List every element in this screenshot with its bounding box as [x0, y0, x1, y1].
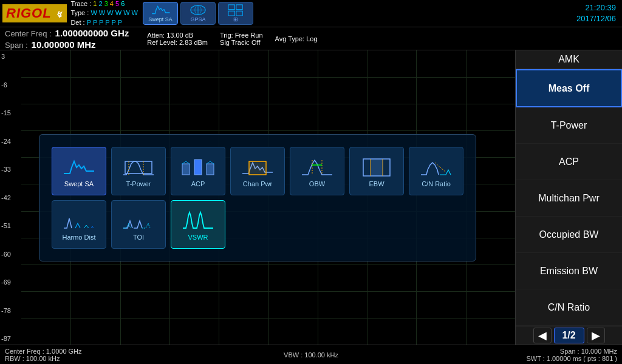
trace-row: Trace : 1 2 3 4 5 6	[70, 0, 138, 8]
trace-info: Trace : 1 2 3 4 5 6 Type : W W W W W W D…	[70, 0, 138, 27]
svg-rect-21	[371, 159, 383, 176]
right-btn-acp[interactable]: ACP	[516, 144, 622, 180]
mode-btn-swept-sa-label: Swept SA	[148, 16, 173, 22]
right-panel: AMK Meas Off T-Power ACP Multichan Pwr O…	[516, 50, 622, 345]
mode-btn-gpsa-label: GPSA	[190, 16, 205, 22]
svg-rect-13	[207, 164, 214, 175]
meas-btn-harmo-dist[interactable]: Harmo Dist	[52, 200, 106, 249]
meas-btn-obw[interactable]: OBW	[290, 147, 344, 195]
svg-rect-12	[194, 160, 202, 175]
trace-num-6: 6	[121, 0, 125, 7]
y-val-0: 3	[1, 53, 20, 60]
status-bar: Center Freq : 1.0000 GHz RBW : 100.00 kH…	[0, 345, 622, 364]
svg-rect-11	[182, 164, 190, 175]
meas-btn-chan-pwr[interactable]: Chan Pwr	[230, 147, 285, 195]
meas-overlay: Swept SA T-Power ACP	[39, 134, 476, 261]
trig-value: Free Run	[235, 32, 263, 39]
avg-value: Log	[306, 35, 317, 42]
page-prev-btn[interactable]: ◀	[533, 328, 552, 343]
sig-track-value: Off	[251, 39, 260, 46]
right-btn-emission-bw[interactable]: Emission BW	[516, 253, 622, 289]
avg-label: Avg Type:	[275, 35, 305, 42]
clock-date: 2017/12/06	[576, 13, 616, 24]
freq-bar: Center Freq : 1.000000000 GHz Span : 10.…	[0, 27, 622, 50]
center-freq-row: Center Freq : 1.000000000 GHz	[5, 28, 129, 38]
meas-btn-obw-label: OBW	[309, 180, 325, 187]
meas-btn-ebw[interactable]: EBW	[349, 147, 404, 195]
trace-num-5: 5	[115, 0, 119, 7]
span-value: 10.000000 MHz	[32, 39, 96, 50]
y-val-4: -33	[1, 166, 20, 173]
meas-btn-toi[interactable]: TOI	[111, 200, 166, 249]
right-btn-multichan-pwr[interactable]: Multichan Pwr	[516, 180, 622, 217]
status-span: Span : 10.000 MHz	[413, 348, 617, 355]
atten-row: Atten: 13.00 dB	[147, 32, 208, 39]
trig-info: Trig: Free Run Sig Track: Off	[220, 32, 263, 46]
right-btn-meas-off[interactable]: Meas Off	[516, 69, 622, 107]
status-right: Span : 10.000 MHz SWT : 1.00000 ms ( pts…	[413, 348, 617, 362]
type-label: Type :	[70, 9, 89, 16]
pagination: ◀ 1/2 ▶	[516, 326, 622, 345]
y-val-10: -87	[1, 335, 20, 342]
det-row: Det : P P P P P P	[70, 18, 138, 27]
trace-num-2: 2	[98, 0, 102, 7]
span-row: Span : 10.000000 MHz	[5, 39, 129, 50]
y-val-7: -60	[1, 251, 20, 258]
mode-btn-gpsa[interactable]: GPSA	[180, 2, 216, 25]
y-val-6: -51	[1, 222, 20, 229]
mode-btn-grid-label: ⊞	[233, 16, 238, 22]
meas-btn-cn-ratio[interactable]: C/N Ratio	[409, 147, 463, 195]
ref-value: 2.83 dBm	[179, 39, 208, 46]
meas-btn-vswr[interactable]: VSWR	[171, 200, 225, 249]
mode-btn-grid[interactable]: ⊞	[218, 2, 253, 25]
status-mid: VBW : 100.00 kHz	[209, 351, 413, 359]
trig-label: Trig:	[220, 32, 233, 39]
ref-row: Ref Level: 2.83 dBm	[147, 39, 208, 46]
meas-btn-t-power-label: T-Power	[126, 180, 151, 187]
right-btn-t-power[interactable]: T-Power	[516, 107, 622, 144]
status-center-freq: Center Freq : 1.0000 GHz	[5, 348, 209, 355]
svg-rect-4	[228, 5, 234, 10]
right-btn-occupied-bw[interactable]: Occupied BW	[516, 217, 622, 253]
sig-track-row: Sig Track: Off	[220, 39, 263, 46]
meas-btn-chan-pwr-label: Chan Pwr	[243, 180, 272, 187]
status-rbw: RBW : 100.00 kHz	[5, 355, 209, 362]
chart-area: 3 -6 -15 -24 -33 -42 -51 -60 -69 -78 -87	[0, 50, 516, 345]
right-btn-cn-ratio[interactable]: C/N Ratio	[516, 289, 622, 326]
det-values: P P P P P P	[87, 19, 122, 26]
clock-time: 21:20:39	[576, 2, 616, 13]
span-label: Span :	[5, 41, 28, 50]
svg-rect-7	[236, 11, 242, 16]
atten-label: Atten:	[147, 32, 165, 39]
clock-area: 21:20:39 2017/12/06	[576, 2, 616, 24]
trace-num-4: 4	[110, 0, 114, 7]
meas-btn-harmo-dist-label: Harmo Dist	[62, 234, 95, 241]
mode-buttons: Swept SA GPSA ⊞	[143, 2, 253, 25]
meas-btn-cn-ratio-label: C/N Ratio	[422, 180, 451, 187]
meas-btn-t-power[interactable]: T-Power	[111, 147, 166, 195]
svg-rect-5	[236, 5, 242, 10]
sig-track-label: Sig Track:	[220, 39, 250, 46]
det-label: Det :	[70, 19, 84, 26]
main-area: 3 -6 -15 -24 -33 -42 -51 -60 -69 -78 -87	[0, 50, 622, 345]
trig-row: Trig: Free Run	[220, 32, 263, 39]
y-val-2: -15	[1, 109, 20, 116]
trace-num-1: 1	[93, 0, 97, 7]
y-val-3: -24	[1, 138, 20, 145]
meas-btn-acp[interactable]: ACP	[171, 147, 225, 195]
y-val-9: -78	[1, 307, 20, 314]
y-val-1: -6	[1, 81, 20, 89]
meas-btn-swept-sa[interactable]: Swept SA	[52, 147, 106, 195]
ref-label: Ref Level:	[147, 39, 177, 46]
logo-symbol: ↯	[55, 10, 63, 19]
avg-info: Avg Type: Log	[275, 35, 318, 42]
type-row: Type : W W W W W W	[70, 8, 138, 18]
svg-rect-14	[249, 161, 266, 175]
header: RIGOL ↯ Trace : 1 2 3 4 5 6 Type : W W W…	[0, 0, 622, 27]
mode-btn-swept-sa[interactable]: Swept SA	[143, 2, 178, 25]
page-next-btn[interactable]: ▶	[587, 328, 605, 343]
meas-btn-vswr-label: VSWR	[188, 234, 208, 241]
page-number: 1/2	[554, 328, 584, 343]
center-freq-value: 1.000000000 GHz	[55, 28, 129, 38]
svg-rect-6	[228, 11, 234, 16]
